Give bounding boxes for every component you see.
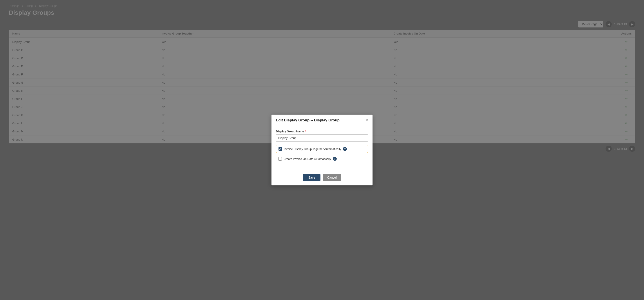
invoice-group-label[interactable]: Invoice Display Group Together Automatic… bbox=[284, 147, 341, 151]
invoice-group-checkbox-row: Invoice Display Group Together Automatic… bbox=[276, 145, 368, 153]
save-button[interactable]: Save bbox=[303, 174, 320, 181]
invoice-group-help-icon[interactable]: ? bbox=[343, 147, 347, 151]
display-group-name-input[interactable] bbox=[276, 134, 368, 142]
modal-divider bbox=[276, 165, 368, 165]
display-group-name-field: Display Group Name * bbox=[276, 130, 368, 142]
create-invoice-label[interactable]: Create Invoice On Date Automatically bbox=[284, 157, 331, 161]
page-background: Settings » Billing » Display Groups Disp… bbox=[0, 0, 644, 300]
modal-close-button[interactable]: × bbox=[366, 118, 368, 122]
edit-display-group-modal: Edit Display Group -- Display Group × Di… bbox=[272, 115, 372, 185]
modal-header: Edit Display Group -- Display Group × bbox=[272, 115, 372, 125]
cancel-button[interactable]: Cancel bbox=[323, 174, 341, 181]
create-invoice-checkbox-row: Create Invoice On Date Automatically ? bbox=[276, 155, 368, 163]
modal-title: Edit Display Group -- Display Group bbox=[276, 118, 340, 122]
create-invoice-help-icon[interactable]: ? bbox=[333, 157, 337, 161]
required-indicator: * bbox=[305, 130, 306, 133]
modal-body: Display Group Name * Invoice Display Gro… bbox=[272, 125, 372, 171]
invoice-group-checkbox[interactable] bbox=[278, 147, 282, 151]
modal-overlay: Edit Display Group -- Display Group × Di… bbox=[0, 0, 644, 300]
modal-footer: Save Cancel bbox=[272, 171, 372, 185]
display-group-name-label: Display Group Name * bbox=[276, 130, 368, 133]
create-invoice-checkbox[interactable] bbox=[278, 157, 282, 161]
